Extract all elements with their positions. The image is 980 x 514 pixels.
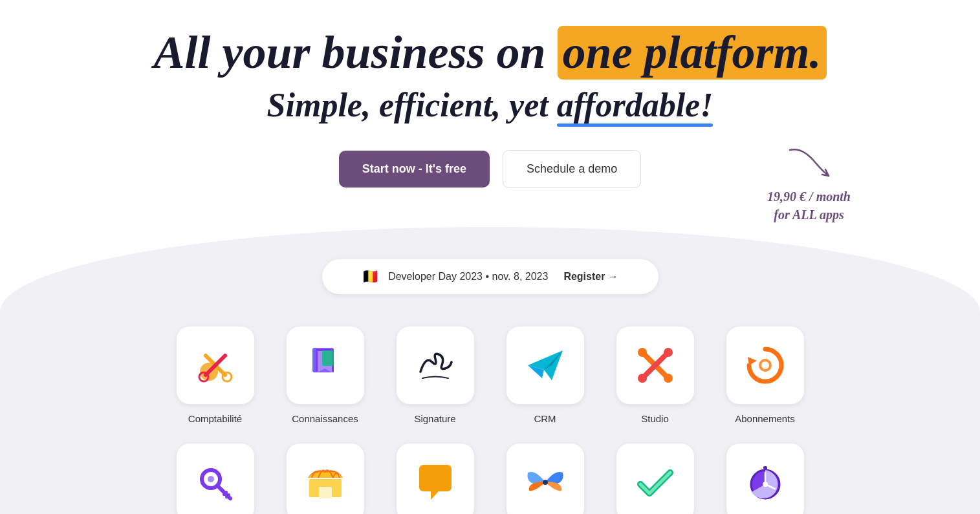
cta-area: Start now - It's free Schedule a demo 19…	[13, 150, 967, 188]
point-de-vente-icon	[303, 460, 348, 505]
discussion-icon	[413, 460, 458, 505]
comptabilite-icon	[193, 343, 238, 388]
app-icon-box-point-de-vente	[287, 444, 364, 514]
svg-line-19	[224, 492, 226, 495]
app-label-abonnements: Abonnements	[735, 413, 795, 424]
app-icon-box-abonnements	[726, 327, 804, 404]
app-icon-box-location	[177, 444, 254, 514]
app-icon-box-comptabilite	[177, 327, 254, 404]
app-icon-box-connaissances	[287, 327, 364, 404]
signature-icon	[413, 343, 458, 388]
app-item-abonnements[interactable]: Abonnements	[717, 327, 814, 424]
app-item-feuille-de-temps[interactable]: Feuille de temps de...	[717, 444, 814, 514]
app-item-project[interactable]: Project	[607, 444, 704, 514]
app-item-comptabilite[interactable]: Comptabilité	[167, 327, 264, 424]
app-label-signature: Signature	[414, 413, 455, 424]
studio-icon	[633, 343, 678, 388]
app-label-studio: Studio	[641, 413, 669, 424]
app-item-studio[interactable]: Studio	[607, 327, 704, 424]
location-icon	[193, 460, 238, 505]
svg-point-21	[208, 476, 214, 482]
crm-icon	[523, 343, 568, 388]
app-label-connaissances: Connaissances	[292, 413, 358, 424]
svg-rect-30	[763, 466, 767, 469]
app-icon-box-crm	[506, 327, 584, 404]
schedule-demo-button[interactable]: Schedule a demo	[503, 150, 641, 188]
app-item-point-de-vente[interactable]: Point de Vente	[277, 444, 374, 514]
app-icon-box-project	[616, 444, 694, 514]
project-icon	[633, 460, 678, 505]
svg-point-16	[760, 360, 770, 370]
hero-section: All your business on one platform. Simpl…	[0, 0, 980, 188]
app-label-comptabilite: Comptabilité	[188, 413, 242, 424]
abonnements-icon	[743, 343, 788, 388]
svg-point-4	[223, 372, 232, 381]
app-icon-box-studio	[616, 327, 694, 404]
app-item-connaissances[interactable]: Connaissances	[277, 327, 374, 424]
app-item-documents[interactable]: Documents	[497, 444, 594, 514]
feuille-de-temps-icon	[743, 460, 788, 505]
app-icon-box-documents	[506, 444, 584, 514]
svg-point-24	[543, 480, 548, 485]
price-text: 19,90 € / monthfor ALL apps	[767, 187, 851, 224]
app-icon-box-signature	[397, 327, 474, 404]
svg-rect-23	[319, 487, 332, 498]
hero-title-part1: All your business on	[153, 27, 545, 78]
documents-icon	[523, 460, 568, 505]
hero-title: All your business on one platform.	[13, 26, 967, 80]
svg-line-20	[226, 495, 229, 497]
app-item-location[interactable]: Location	[167, 444, 264, 514]
apps-grid: Comptabilité Connaissances	[13, 327, 967, 514]
gray-curve-section: 🇧🇪 Developer Day 2023 • nov. 8, 2023 Reg…	[0, 227, 980, 514]
price-annotation: 19,90 € / monthfor ALL apps	[767, 144, 851, 224]
svg-point-12	[638, 348, 647, 357]
svg-rect-9	[322, 350, 334, 366]
app-icon-box-discussion	[397, 444, 474, 514]
belgium-flag-icon: 🇧🇪	[362, 268, 379, 285]
app-icon-box-feuille-de-temps	[726, 444, 804, 514]
connaissances-icon	[303, 343, 348, 388]
hero-title-highlight: one platform.	[558, 26, 827, 80]
event-banner[interactable]: 🇧🇪 Developer Day 2023 • nov. 8, 2023 Reg…	[322, 259, 659, 294]
start-now-button[interactable]: Start now - It's free	[339, 151, 490, 187]
app-item-discussion[interactable]: Discussion	[387, 444, 484, 514]
hero-subtitle: Simple, efficient, yet affordable!	[13, 86, 967, 124]
svg-point-14	[664, 374, 673, 383]
hero-subtitle-part1: Simple, efficient, yet	[267, 87, 549, 123]
hero-subtitle-highlight: affordable!	[557, 86, 713, 124]
event-register-link[interactable]: Register →	[563, 271, 618, 283]
svg-point-13	[664, 348, 673, 357]
app-item-signature[interactable]: Signature	[387, 327, 484, 424]
app-label-crm: CRM	[534, 413, 556, 424]
arrow-icon	[783, 144, 835, 182]
event-text: Developer Day 2023 • nov. 8, 2023	[388, 271, 548, 283]
svg-point-15	[638, 374, 647, 383]
app-item-crm[interactable]: CRM	[497, 327, 594, 424]
